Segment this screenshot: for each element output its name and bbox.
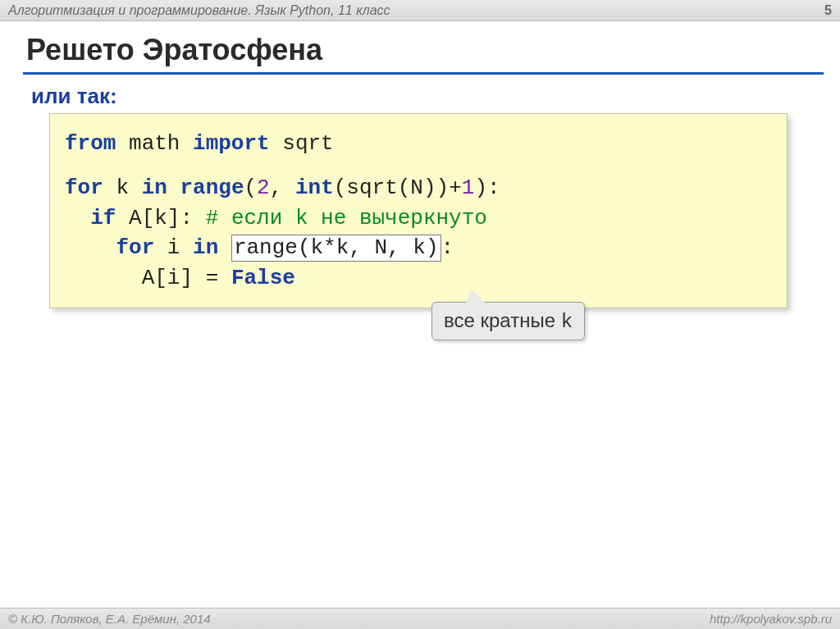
kw-if: if [90,206,116,230]
blank-line [65,158,772,173]
comma: , [270,175,295,200]
num-1: 1 [462,175,475,200]
fn-int: int [295,175,334,200]
code-line-2: for k in range(2, int(sqrt(N))+1): [65,173,772,203]
callout-box: все кратные k [431,302,585,340]
copyright: © К.Ю. Поляков, Е.А. Ерёмин, 2014 [8,612,211,626]
code-line-3: if A[k]: # если k не вычеркнуто [65,203,772,233]
module-name: math [129,131,180,156]
paren-open: ( [244,175,257,200]
code-line-5: A[i] = False [65,263,772,293]
eq: = [206,266,219,290]
footer-bar: © К.Ю. Поляков, Е.А. Ерёмин, 2014 http:/… [0,608,840,629]
course-title: Алгоритмизация и программирование. Язык … [8,3,390,18]
num-2: 2 [257,175,270,200]
kw-in: in [142,175,167,200]
cond: A[k]: [129,206,193,230]
fn-sqrt: sqrt [282,131,333,156]
code-line-1: from math import sqrt [65,129,772,158]
var-k: k [116,175,129,200]
lhs: A[i] [142,266,193,290]
callout-k: k [561,311,573,333]
subtitle: или так: [31,84,117,109]
close-colon: ): [474,175,500,200]
colon: : [441,235,454,260]
paren-open2: ( [334,175,347,200]
callout-text: все кратные [444,309,561,331]
code-block: from math import sqrt for k in range(2, … [49,113,788,308]
kw-import: import [193,131,270,156]
kw-from: from [65,131,116,156]
kw-in-inner: in [193,235,218,260]
code-line-4: for i in range(k*k, N, k): [65,233,772,262]
paren-tail: (N))+ [398,175,462,200]
kw-false: False [231,266,295,290]
fn-range: range [180,175,244,200]
highlighted-range: range(k*k, N, k) [231,235,441,262]
var-i: i [167,235,180,260]
page-number: 5 [824,3,832,18]
kw-for-inner: for [116,235,154,260]
kw-for: for [65,175,103,200]
header-bar: Алгоритмизация и программирование. Язык … [0,0,840,21]
footer-url: http://kpolyakov.spb.ru [710,612,832,626]
slide-title: Решето Эратосфена [26,33,322,67]
fn-sqrt-call: sqrt [346,175,397,200]
comment: # если k не вычеркнуто [206,206,487,230]
title-underline [23,72,824,75]
